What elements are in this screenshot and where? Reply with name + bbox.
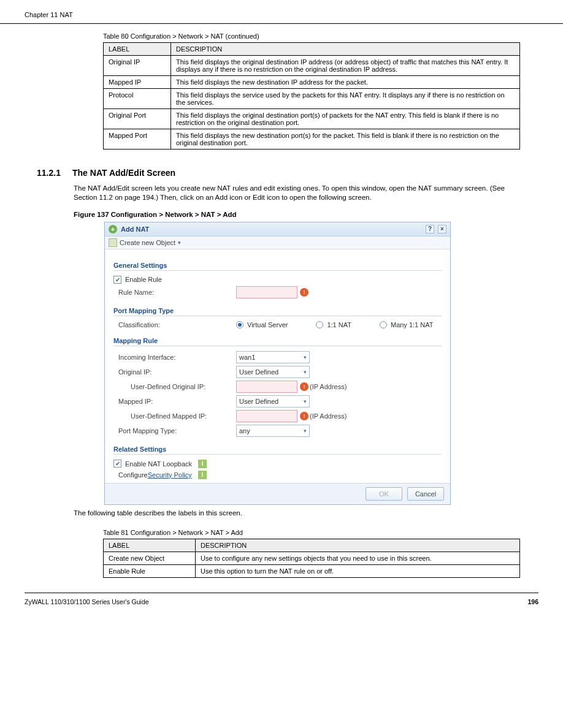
- ip-hint: (IP Address): [310, 412, 347, 420]
- configure-label: Configure: [113, 471, 148, 479]
- ok-button[interactable]: OK: [366, 487, 402, 501]
- user-defined-original-ip-label: User-Defined Original IP:: [113, 383, 236, 390]
- table-row: Original PortThis field displays the ori…: [104, 109, 520, 129]
- section-related-settings: Related Settings: [113, 442, 442, 455]
- th-desc: DESCRIPTION: [171, 43, 520, 56]
- close-icon[interactable]: ×: [438, 225, 446, 233]
- radio-1-1-nat[interactable]: [316, 321, 323, 328]
- chevron-down-icon: ▾: [304, 369, 307, 375]
- enable-nat-loopback-label: Enable NAT Loopback: [125, 460, 192, 468]
- chevron-down-icon: ▾: [304, 354, 307, 360]
- incoming-interface-select[interactable]: wan1▾: [236, 351, 310, 363]
- object-icon: [109, 238, 117, 247]
- radio-many-1-1-nat-label: Many 1:1 NAT: [391, 321, 434, 328]
- chevron-down-icon: ▾: [304, 398, 307, 404]
- dialog-footer: OK Cancel: [105, 483, 450, 504]
- table-row: Enable RuleUse this option to turn the N…: [104, 564, 520, 577]
- enable-rule-label: Enable Rule: [125, 276, 162, 283]
- required-icon: !: [300, 412, 308, 420]
- mapped-ip-select[interactable]: User Defined▾: [236, 395, 310, 408]
- classification-label: Classification:: [113, 321, 236, 328]
- user-defined-mapped-ip-input[interactable]: [236, 410, 297, 422]
- section-general-settings: General Settings: [113, 258, 442, 271]
- table-row: Mapped PortThis field displays the new d…: [104, 129, 520, 150]
- required-icon: !: [300, 288, 308, 297]
- chevron-down-icon: ▾: [304, 428, 307, 434]
- radio-virtual-server-label: Virtual Server: [247, 321, 288, 328]
- table-row: Original IPThis field displays the origi…: [104, 56, 520, 76]
- help-icon[interactable]: ?: [426, 225, 434, 233]
- footer-left: ZyWALL 110/310/1100 Series User's Guide: [25, 598, 149, 605]
- radio-many-1-1-nat[interactable]: [380, 321, 387, 328]
- section-body: The NAT Add/Edit screen lets you create …: [74, 184, 526, 202]
- port-mapping-type-label: Port Mapping Type:: [113, 427, 236, 434]
- original-ip-select[interactable]: User Defined▾: [236, 366, 310, 378]
- table2-caption: Table 81 Configuration > Network > NAT >…: [103, 529, 526, 536]
- section-mapping-rule: Mapping Rule: [113, 333, 442, 346]
- th-label: LABEL: [104, 43, 171, 56]
- dialog-toolbar: Create new Object ▾: [105, 237, 450, 249]
- rule-name-label: Rule Name:: [113, 289, 236, 296]
- chevron-down-icon: ▾: [178, 240, 181, 246]
- add-nat-dialog: + Add NAT ? × Create new Object ▾ Genera…: [104, 222, 451, 505]
- required-icon: !: [300, 382, 308, 391]
- footer-page: 196: [527, 598, 538, 605]
- incoming-interface-label: Incoming Interface:: [113, 354, 236, 361]
- security-policy-link[interactable]: Security Policy: [148, 471, 192, 479]
- table2-intro: The following table describes the labels…: [74, 509, 526, 518]
- radio-1-1-nat-label: 1:1 NAT: [327, 321, 351, 328]
- section-port-mapping-type: Port Mapping Type: [113, 303, 442, 316]
- table1-caption: Table 80 Configuration > Network > NAT (…: [103, 32, 526, 40]
- plus-icon: +: [109, 225, 117, 233]
- enable-rule-checkbox[interactable]: ✔: [113, 276, 121, 284]
- th-label: LABEL: [104, 539, 196, 552]
- original-ip-label: Original IP:: [113, 368, 236, 376]
- table-row: Create new ObjectUse to configure any ne…: [104, 552, 520, 564]
- dialog-title-bar: + Add NAT ? ×: [105, 222, 450, 237]
- enable-nat-loopback-checkbox[interactable]: ✔: [113, 460, 121, 468]
- create-object-dropdown[interactable]: Create new Object: [120, 239, 175, 246]
- cancel-button[interactable]: Cancel: [407, 487, 444, 501]
- section-heading: 11.2.1The NAT Add/Edit Screen: [37, 168, 526, 178]
- info-icon: i: [198, 460, 207, 468]
- mapped-ip-label: Mapped IP:: [113, 398, 236, 405]
- rule-name-input[interactable]: [236, 286, 297, 298]
- port-mapping-type-select[interactable]: any▾: [236, 425, 310, 437]
- table2: LABEL DESCRIPTION Create new ObjectUse t…: [103, 539, 520, 578]
- table-row: Mapped IPThis field displays the new des…: [104, 76, 520, 89]
- header-left: Chapter 11 NAT: [25, 11, 73, 18]
- table-row: ProtocolThis field displays the service …: [104, 89, 520, 109]
- ip-hint: (IP Address): [310, 383, 347, 390]
- info-icon: i: [198, 471, 207, 479]
- user-defined-mapped-ip-label: User-Defined Mapped IP:: [113, 412, 236, 420]
- table1: LABEL DESCRIPTION Original IPThis field …: [103, 42, 520, 150]
- dialog-title: Add NAT: [121, 226, 149, 233]
- user-defined-original-ip-input[interactable]: [236, 381, 297, 393]
- radio-virtual-server[interactable]: [236, 321, 243, 328]
- th-desc: DESCRIPTION: [196, 539, 520, 552]
- figure-caption: Figure 137 Configuration > Network > NAT…: [74, 211, 526, 218]
